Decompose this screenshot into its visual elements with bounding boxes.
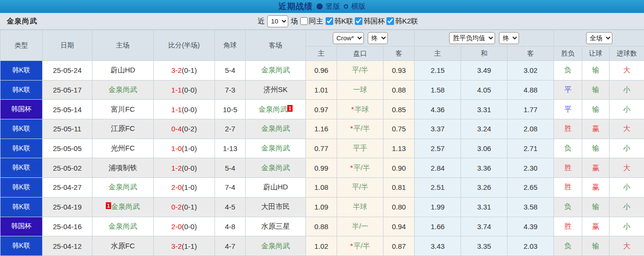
corner-cell: 1-13 [215, 139, 246, 158]
away-team-cell: 金泉尚武 [246, 61, 306, 81]
odds-home-cell: 1.01 [306, 80, 337, 100]
handicap-cell: 平手 [337, 139, 384, 158]
mean-period-select[interactable]: 终 [499, 32, 519, 44]
col-header-corner: 角球 [215, 30, 246, 61]
handicap-cell: 一球 [337, 80, 384, 100]
home-team-cell: 光州FC [92, 139, 154, 158]
table-row: 韩国杯25-04-16金泉尚武2-0(0-0)4-8水原三星0.88半/一0.9… [0, 217, 644, 236]
avg-draw-cell: 3.26 [461, 178, 508, 198]
avg-home-cell: 3.43 [415, 236, 461, 256]
table-row: 韩国杯25-05-14富川FC1-1(0-0)10-5金泉尚武10.97*半球0… [0, 100, 644, 119]
away-team-cell: 济州SK [246, 80, 306, 100]
home-team-cell: 浦项制铁 [92, 158, 154, 178]
date-cell: 25-05-05 [43, 139, 92, 158]
handicap-result-cell: 赢 [582, 217, 610, 236]
score-cell: 1-2(0-0) [154, 158, 215, 178]
avg-away-cell: 1.77 [508, 100, 554, 119]
score-cell: 3-2(1-1) [154, 236, 215, 256]
handicap-result-cell: 赢 [582, 158, 610, 178]
odds-home-cell: 1.08 [306, 178, 337, 198]
table-row: 韩K联25-04-27金泉尚武2-0(1-0)7-4蔚山HD1.08平/半0.8… [0, 178, 644, 198]
match-count-select[interactable]: 10 [267, 15, 288, 27]
league-filter[interactable]: 韩国杯 [355, 17, 385, 26]
same-home-checkbox[interactable] [300, 17, 308, 25]
league-filter-label: 韩K联 [334, 17, 353, 26]
home-team-cell: 金泉尚武 [92, 178, 154, 198]
table-row: 韩K联25-05-17金泉尚武1-1(0-0)7-3济州SK1.01一球0.88… [0, 80, 644, 100]
odds-period-select[interactable]: 终 [368, 32, 388, 44]
goals-result-cell: 小 [610, 197, 644, 217]
result-scope-select[interactable]: 全场 [586, 32, 612, 44]
corner-cell: 5-4 [215, 158, 246, 178]
handicap-result-cell: 输 [582, 197, 610, 217]
odds-home-cell: 0.99 [306, 158, 337, 178]
filter-bar: 金泉尚武 近 10 场 同主 韩K联韩国杯韩K2联 [0, 13, 644, 30]
col-header-score: 比分(半场) [154, 30, 215, 61]
match-type-cell: 韩K联 [0, 178, 43, 198]
mean-group-header: 胜平负均值 终 [415, 30, 554, 47]
away-team-cell: 蔚山HD [246, 178, 306, 198]
odds-away-cell: 0.81 [384, 178, 415, 198]
handicap-cell: *平/半 [337, 119, 384, 139]
odds-away-cell: 0.94 [384, 217, 415, 236]
home-team-cell: 富川FC [92, 100, 154, 119]
vertical-layout-radio[interactable] [316, 3, 323, 10]
league-filter-checkbox[interactable] [355, 17, 362, 25]
mean-type-select[interactable]: 胜平负均值 [449, 32, 495, 44]
subcol-result-wdl: 胜负 [554, 47, 582, 61]
league-filter-checkbox[interactable] [386, 17, 394, 25]
odds-group-header: Crow* 终 [306, 30, 415, 47]
subcol-mean-home: 主 [415, 47, 461, 61]
handicap-cell: 平/半 [337, 61, 384, 81]
match-type-cell: 韩K联 [0, 61, 43, 81]
wdl-result-cell: 平 [554, 80, 582, 100]
handicap-cell: 平/半 [337, 178, 384, 198]
league-filter-checkbox[interactable] [326, 17, 333, 25]
home-team-cell: 江原FC [92, 119, 154, 139]
wdl-result-cell: 胜 [554, 217, 582, 236]
layout-switcher: 近期战绩 竖版 横版 [279, 1, 366, 12]
avg-away-cell: 2.08 [508, 119, 554, 139]
wdl-result-cell: 胜 [554, 158, 582, 178]
bookmaker-select[interactable]: Crow* [333, 32, 364, 44]
handicap-result-cell: 输 [582, 61, 610, 81]
horizontal-layout-radio[interactable] [344, 4, 348, 9]
col-header-date: 日期 [43, 30, 92, 61]
odds-away-cell: 0.85 [384, 100, 415, 119]
same-home-filter[interactable]: 同主 [300, 17, 323, 26]
corner-cell: 5-4 [215, 61, 246, 81]
wdl-result-cell: 负 [554, 197, 582, 217]
col-header-away: 客场 [246, 30, 306, 61]
avg-draw-cell: 3.24 [461, 119, 508, 139]
table-row: 韩K联25-05-24蔚山HD3-2(0-1)5-4金泉尚武0.96平/半0.9… [0, 61, 644, 81]
subcol-odds-home: 主 [306, 47, 337, 61]
league-filter[interactable]: 韩K2联 [386, 17, 418, 26]
goals-result-cell: 大 [610, 236, 644, 256]
home-team-cell: 1金泉尚武 [92, 197, 154, 217]
wdl-result-cell: 平 [554, 100, 582, 119]
date-cell: 25-04-27 [43, 178, 92, 198]
away-team-cell: 金泉尚武 [246, 139, 306, 158]
date-cell: 25-04-19 [43, 197, 92, 217]
date-cell: 25-05-14 [43, 100, 92, 119]
avg-draw-cell: 3.31 [461, 100, 508, 119]
odds-away-cell: 0.90 [384, 158, 415, 178]
match-type-cell: 韩K联 [0, 139, 43, 158]
avg-away-cell: 3.02 [508, 61, 554, 81]
odds-home-cell: 0.77 [306, 139, 337, 158]
avg-home-cell: 3.37 [415, 119, 461, 139]
away-team-cell: 金泉尚武 [246, 236, 306, 256]
odds-home-cell: 1.16 [306, 119, 337, 139]
league-filter[interactable]: 韩K联 [326, 17, 353, 26]
handicap-cell: 半球 [337, 197, 384, 217]
home-team-cell: 金泉尚武 [92, 217, 154, 236]
odds-home-cell: 1.02 [306, 236, 337, 256]
filter-controls: 近 10 场 同主 韩K联韩国杯韩K2联 [258, 13, 418, 29]
goals-result-cell: 小 [610, 80, 644, 100]
away-team-cell: 大田市民 [246, 197, 306, 217]
avg-home-cell: 2.15 [415, 61, 461, 81]
handicap-result-cell: 赢 [582, 178, 610, 198]
date-cell: 25-04-12 [43, 236, 92, 256]
title-bar: 近期战绩 竖版 横版 [0, 0, 644, 13]
avg-away-cell: 4.39 [508, 217, 554, 236]
